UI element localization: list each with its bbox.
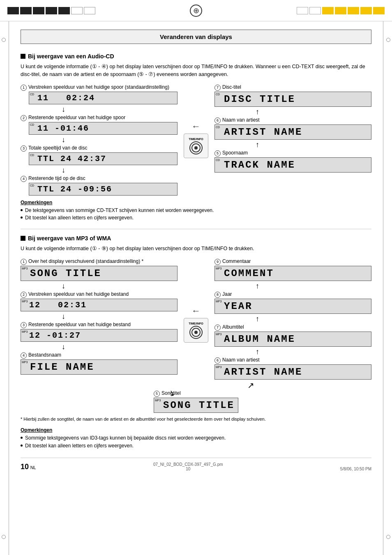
remark2-2: Dit toestel kan alleen letters en cijfer… (21, 442, 371, 449)
section1-bullet-icon (21, 54, 25, 59)
footer-date: 5/8/06, 10:50 PM (340, 467, 371, 471)
mp3-screen-9: MP3 COMMENT (214, 266, 371, 281)
mp3-item-4-label: 4 Bestandsnaam (21, 352, 178, 359)
page-number-area: 10 NL (21, 463, 36, 471)
cd-screen-5: CD TRACK NAME (214, 157, 371, 173)
arrow-3-4: ↓ (62, 166, 178, 175)
mp3-screen-1: MP3 SONG TITLE (21, 266, 178, 281)
cd-diagram: 1 Verstreken speelduur van het huidige s… (21, 84, 371, 196)
page-footer: 10 NL 07_NI_02_BOD_CDX-397_497_G.pm 10 5… (21, 458, 371, 471)
bullet-icon (21, 437, 23, 439)
remarks2-title: Opmerkingen (21, 427, 371, 433)
mp3-screen-3: MP3 12 -01:27 (21, 329, 178, 342)
arrow-mp3-1-2: ↓ (62, 282, 178, 290)
bullet-icon (21, 209, 23, 211)
section1-remarks: Opmerkingen De tekstgegevens van sommige… (21, 200, 371, 222)
cd-screen-6: CD ARTIST NAME (214, 124, 371, 140)
footer-file-info: 07_NI_02_BOD_CDX-397_497_G.pm 10 (153, 462, 223, 471)
main-title: Veranderen van displays (21, 30, 371, 44)
bar-right-4 (335, 7, 346, 14)
top-bar: ⊕ (0, 0, 392, 21)
top-bar-right-decoration (297, 7, 385, 14)
cd-item-1: 1 Verstreken speelduur van het huidige s… (21, 84, 178, 104)
mp3-item-6: 6 Naam van artiest MP3 ARTIST NAME (214, 357, 371, 380)
cd-item-3-label: 3 Totale speeltijd van de disc (21, 145, 178, 152)
cd-item-4: 4 Resterende tijd op de disc CD TTL 24 -… (21, 175, 178, 196)
mp3-item-9: 9 Commentaar MP3 COMMENT (214, 258, 371, 281)
svg-point-3 (194, 331, 198, 334)
cd-item-4-label: 4 Resterende tijd op de disc (21, 175, 178, 182)
arrow-6-5-right: ↗ (247, 380, 371, 390)
remarks1-title: Opmerkingen (21, 200, 371, 205)
cd-screen-1: CD 11 02:24 (29, 92, 178, 104)
arrow-2-3: ↓ (62, 136, 178, 144)
section1-intro: U kunt de volgende informatie (① - ④) op… (21, 63, 371, 78)
remark2-1: Sommige tekstgegevens van ID3-tags kunne… (21, 435, 371, 442)
bar-block-5 (58, 7, 70, 14)
mp3-timeinfo-button[interactable]: TIME/INFO (184, 318, 208, 343)
mp3-screen-8: MP3 YEAR (214, 299, 371, 314)
remark1-1: De tekstgegevens van sommige CD-TEXT sch… (21, 207, 371, 214)
page-wrapper: Veranderen van displays Bij weergave van… (0, 21, 392, 555)
mp3-item-7: 7 Albumtitel MP3 ALBUM NAME (214, 324, 371, 347)
page-number: 10 (21, 463, 29, 471)
bar-block-7 (84, 7, 95, 14)
section2-bullet-icon (21, 236, 25, 241)
mp3-item-3-label: 3 Resterende speelduur van het huidige b… (21, 322, 178, 328)
bar-right-2 (309, 7, 321, 14)
cd-item-2: 2 Resterende speelduur van het huidige s… (21, 115, 178, 135)
cd-item-2-label: 2 Resterende speelduur van het huidige s… (21, 115, 178, 121)
cd-right-col: 7 Disc-titel CD DISC TITLE ↑ 6 Naam van … (214, 84, 371, 196)
compass-icon: ⊕ (190, 5, 202, 17)
bar-right-1 (297, 7, 308, 14)
mp3-item-8-label: 8 Jaar (214, 291, 371, 298)
cd-item-6: 6 Naam van artiest CD ARTIST NAME (214, 117, 371, 140)
bullet-icon (21, 216, 23, 219)
bar-right-5 (348, 7, 359, 14)
arrow-mp3-2-3: ↓ (62, 312, 178, 321)
cd-item-3: 3 Totale speeltijd van de disc CD TTL 24… (21, 145, 178, 165)
bar-block-6 (71, 7, 83, 14)
section2-heading: Bij weergave van MP3 of WMA (21, 235, 371, 242)
bar-block-4 (46, 7, 57, 14)
timeinfo-button[interactable]: TIME/INFO (184, 134, 208, 158)
mp3-screen-2: MP3 12 02:31 (21, 299, 178, 311)
mp3-big-left-arrow: ← (191, 306, 201, 316)
mp3-item-3: 3 Resterende speelduur van het huidige b… (21, 322, 178, 342)
mp3-screen-5: MP3 SONG TITLE (154, 398, 238, 413)
mp3-left-col: 1 Over het display verschuivend (standaa… (21, 258, 178, 390)
cd-left-col: 1 Verstreken speelduur van het huidige s… (21, 84, 178, 196)
mp3-item-5-row: 5 Songtitel MP3 SONG TITLE (21, 390, 371, 413)
section1-heading: Bij weergave van een Audio-CD (21, 53, 371, 60)
cd-center-col: ← TIME/INFO (182, 84, 210, 196)
remark1-2: Dit toestel kan alleen letters en cijfer… (21, 214, 371, 221)
cd-item-6-label: 6 Naam van artiest (214, 117, 371, 124)
mp3-item-2-label: 2 Verstreken speelduur van het huidige b… (21, 291, 178, 298)
cd-item-7-label: 7 Disc-titel (214, 84, 371, 91)
svg-point-1 (194, 146, 198, 150)
bar-right-3 (322, 7, 334, 14)
mp3-item-9-label: 9 Commentaar (214, 258, 371, 265)
arrow-8-7: ↑ (256, 315, 371, 323)
arrow-6-5: ↑ (256, 140, 371, 149)
mp3-footnote: * Hierbij zullen de songtitel, de naam v… (21, 416, 371, 422)
left-border (0, 21, 9, 555)
main-content: Veranderen van displays Bij weergave van… (9, 21, 383, 555)
bar-right-7 (373, 7, 385, 14)
arrow-9-8: ↑ (256, 282, 371, 290)
cd-screen-7: CD DISC TITLE (214, 92, 371, 107)
arrow-mp3-3-4: ↓ (62, 343, 178, 351)
section2-remarks: Opmerkingen Sommige tekstgegevens van ID… (21, 427, 371, 449)
cd-item-7: 7 Disc-titel CD DISC TITLE (214, 84, 371, 107)
top-bar-left-decoration (7, 7, 95, 14)
bullet-icon (21, 444, 23, 447)
mp3-item-8: 8 Jaar MP3 YEAR (214, 291, 371, 314)
arrow-7-6: ↑ (256, 348, 371, 356)
big-left-arrow: ← (191, 121, 201, 132)
mp3-screen-7: MP3 ALBUM NAME (214, 332, 371, 347)
mp3-item-7-label: 7 Albumtitel (214, 324, 371, 331)
bar-block-2 (20, 7, 32, 14)
section-divider (21, 229, 371, 229)
mp3-item-1-label: 1 Over het display verschuivend (standaa… (21, 258, 178, 265)
bar-right-6 (360, 7, 372, 14)
